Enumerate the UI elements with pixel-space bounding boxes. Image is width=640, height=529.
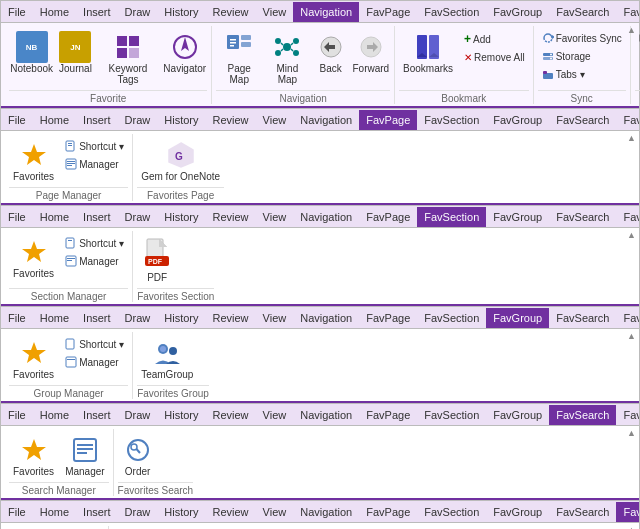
tab-history[interactable]: History — [157, 2, 205, 22]
fg-tab-review[interactable]: Review — [206, 308, 256, 328]
collapse-favpage[interactable]: ▲ — [627, 133, 636, 143]
fs-tab-history[interactable]: History — [157, 207, 205, 227]
fp-tab-view[interactable]: View — [256, 110, 294, 130]
manager-section-button[interactable]: Manager — [61, 253, 128, 269]
manager-search-button[interactable]: Manager — [61, 431, 108, 480]
fg-tab-file[interactable]: File — [1, 308, 33, 328]
fs-tab-review[interactable]: Review — [206, 207, 256, 227]
fp-tab-favsearch[interactable]: FavSearch — [549, 110, 616, 130]
fsr-tab-home[interactable]: Home — [33, 405, 76, 425]
collapse-favgroup[interactable]: ▲ — [627, 331, 636, 341]
fp-tab-draw[interactable]: Draw — [118, 110, 158, 130]
ft-tab-home[interactable]: Home — [33, 502, 76, 522]
fp-tab-home[interactable]: Home — [33, 110, 76, 130]
tabs-button[interactable]: Tabs ▾ — [538, 66, 626, 82]
favorites-page-button[interactable]: Favorites — [9, 136, 58, 185]
ft-tab-favsearch[interactable]: FavSearch — [549, 502, 616, 522]
fp-tab-favtag[interactable]: FavTag — [616, 110, 639, 130]
gem-onenote-button[interactable]: G Gem for OneNote — [137, 136, 224, 185]
fsr-tab-favsearch[interactable]: FavSearch — [549, 405, 616, 425]
remove-all-button[interactable]: ✕ Remove All — [460, 50, 529, 65]
fp-tab-favpage[interactable]: FavPage — [359, 110, 417, 130]
shortcut-section-button[interactable]: Shortcut ▾ — [61, 235, 128, 251]
fs-tab-navigation[interactable]: Navigation — [293, 207, 359, 227]
fg-tab-history[interactable]: History — [157, 308, 205, 328]
fg-tab-draw[interactable]: Draw — [118, 308, 158, 328]
ft-tab-favgroup[interactable]: FavGroup — [486, 502, 549, 522]
ft-tab-favsection[interactable]: FavSection — [417, 502, 486, 522]
tab-favsearch[interactable]: FavSearch — [549, 2, 616, 22]
pdf-button[interactable]: PDF PDF — [137, 233, 177, 286]
fsr-tab-favtag[interactable]: FavTag — [616, 405, 639, 425]
fsr-tab-insert[interactable]: Insert — [76, 405, 118, 425]
tab-review[interactable]: Review — [206, 2, 256, 22]
forward-button[interactable]: Forward — [352, 28, 390, 77]
fp-tab-favsection[interactable]: FavSection — [417, 110, 486, 130]
manager-page-button[interactable]: Manager — [61, 156, 128, 172]
fsr-tab-favsection[interactable]: FavSection — [417, 405, 486, 425]
fs-tab-file[interactable]: File — [1, 207, 33, 227]
ft-tab-navigation[interactable]: Navigation — [293, 502, 359, 522]
page-map-button[interactable]: Page Map — [216, 28, 262, 88]
tab-draw[interactable]: Draw — [118, 2, 158, 22]
ft-tab-insert[interactable]: Insert — [76, 502, 118, 522]
fs-tab-home[interactable]: Home — [33, 207, 76, 227]
fs-tab-favsearch[interactable]: FavSearch — [549, 207, 616, 227]
fp-tab-history[interactable]: History — [157, 110, 205, 130]
fp-tab-insert[interactable]: Insert — [76, 110, 118, 130]
tab-home[interactable]: Home — [33, 2, 76, 22]
ft-tab-view[interactable]: View — [256, 502, 294, 522]
bookmarks-button[interactable]: Bookmarks — [399, 28, 457, 77]
fg-tab-favsearch[interactable]: FavSearch — [549, 308, 616, 328]
back-button[interactable]: Back — [313, 28, 349, 77]
ft-tab-favtag[interactable]: FavTag — [616, 502, 639, 522]
tab-favgroup[interactable]: FavGroup — [486, 2, 549, 22]
fs-tab-view[interactable]: View — [256, 207, 294, 227]
tab-insert[interactable]: Insert — [76, 2, 118, 22]
ft-tab-favpage[interactable]: FavPage — [359, 502, 417, 522]
mind-map-button[interactable]: Mind Map — [265, 28, 309, 88]
add-bookmark-button[interactable]: + Add — [460, 30, 529, 48]
favorites-group-button[interactable]: Favorites — [9, 334, 58, 383]
fsr-tab-history[interactable]: History — [157, 405, 205, 425]
tab-favsection[interactable]: FavSection — [417, 2, 486, 22]
tab-favpage[interactable]: FavPage — [359, 2, 417, 22]
storage-button[interactable]: Storage — [538, 48, 626, 64]
fs-tab-insert[interactable]: Insert — [76, 207, 118, 227]
fsr-tab-favpage[interactable]: FavPage — [359, 405, 417, 425]
options-button[interactable]: Options — [635, 48, 640, 64]
collapse-nav[interactable]: ▲ — [627, 25, 636, 35]
ft-tab-draw[interactable]: Draw — [118, 502, 158, 522]
fp-tab-review[interactable]: Review — [206, 110, 256, 130]
fp-tab-navigation[interactable]: Navigation — [293, 110, 359, 130]
fg-tab-view[interactable]: View — [256, 308, 294, 328]
favorites-search-button[interactable]: Favorites — [9, 431, 58, 480]
collapse-favsearch[interactable]: ▲ — [627, 428, 636, 438]
ft-tab-file[interactable]: File — [1, 502, 33, 522]
fg-tab-insert[interactable]: Insert — [76, 308, 118, 328]
fp-tab-file[interactable]: File — [1, 110, 33, 130]
fs-tab-favsection[interactable]: FavSection — [417, 207, 486, 227]
fp-tab-favgroup[interactable]: FavGroup — [486, 110, 549, 130]
shortcut-group-button[interactable]: Shortcut ▾ — [61, 336, 128, 352]
favorites-section-button[interactable]: Favorites — [9, 233, 58, 282]
fg-tab-favgroup[interactable]: FavGroup — [486, 308, 549, 328]
fsr-tab-navigation[interactable]: Navigation — [293, 405, 359, 425]
fs-tab-favtag[interactable]: FavTag — [616, 207, 639, 227]
fsr-tab-favgroup[interactable]: FavGroup — [486, 405, 549, 425]
tab-file[interactable]: File — [1, 2, 33, 22]
teamgroup-button[interactable]: TeamGroup — [137, 334, 197, 383]
journal-button[interactable]: JN Journal — [57, 28, 94, 77]
shortcut-page-button[interactable]: Shortcut ▾ — [61, 138, 128, 154]
collapse-favsection[interactable]: ▲ — [627, 230, 636, 240]
tab-view[interactable]: View — [256, 2, 294, 22]
keyword-tags-button[interactable]: Keyword Tags — [97, 28, 159, 88]
fs-tab-draw[interactable]: Draw — [118, 207, 158, 227]
favorites-sync-button[interactable]: Favorites Sync — [538, 30, 626, 46]
fg-tab-favpage[interactable]: FavPage — [359, 308, 417, 328]
collapse-favtag[interactable]: ▲ — [627, 525, 636, 529]
fsr-tab-file[interactable]: File — [1, 405, 33, 425]
navigator-button[interactable]: Navigator — [162, 28, 207, 77]
fg-tab-favtag[interactable]: FavTag — [616, 308, 639, 328]
tab-favtag[interactable]: FavTag — [616, 2, 639, 22]
